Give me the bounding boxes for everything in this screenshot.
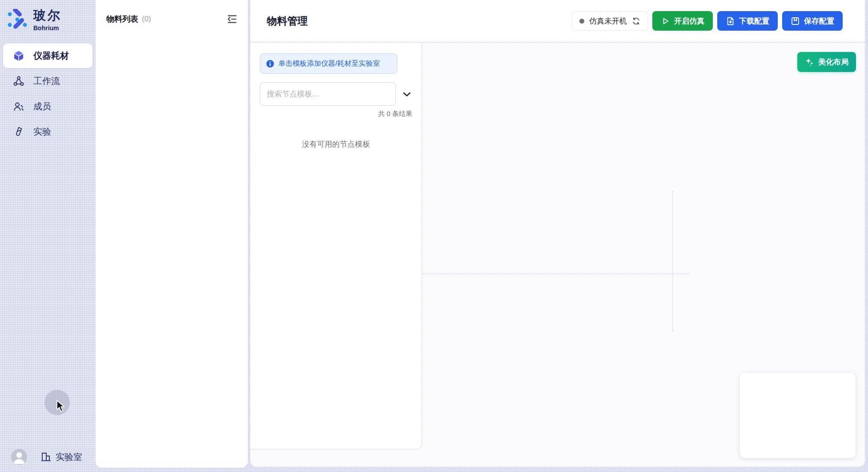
hint-text: 单击模板添加仪器/耗材至实验室: [278, 59, 380, 68]
info-icon: [266, 60, 274, 68]
refresh-status-icon[interactable]: [632, 17, 640, 25]
sidebar: 玻尔 Bohrium 仪器耗材 工作流: [0, 0, 96, 472]
brand-name-en: Bohrium: [33, 24, 62, 32]
brand-name-zh: 玻尔: [33, 7, 62, 24]
status-dot-icon: [579, 19, 584, 24]
sidebar-item-workflow[interactable]: 工作流: [3, 69, 92, 93]
sidebar-footer: 实验室: [11, 449, 82, 465]
user-avatar[interactable]: [11, 449, 27, 465]
materials-list-panel: 物料列表 (0): [96, 0, 248, 468]
page-header: 物料管理 仿真未开机 开启仿真: [250, 0, 865, 43]
experiment-icon: [13, 126, 24, 138]
lab-entry[interactable]: 实验室: [40, 451, 82, 463]
sidebar-nav: 仪器耗材 工作流 成员: [0, 44, 96, 144]
canvas-minimap[interactable]: [739, 372, 856, 458]
simulation-status-pill: 仿真未开机: [572, 11, 648, 31]
start-simulation-button[interactable]: 开启仿真: [652, 11, 713, 31]
download-file-icon: [726, 16, 735, 26]
results-count: 共 0 条结果: [260, 110, 412, 118]
collapse-panel-icon[interactable]: [226, 13, 238, 25]
materials-list-count: (0): [142, 15, 151, 24]
sidebar-item-label: 仪器耗材: [33, 50, 69, 62]
sidebar-item-label: 工作流: [33, 75, 60, 87]
chevron-down-icon[interactable]: [402, 89, 412, 100]
avatar-person-icon: [11, 449, 27, 465]
workflow-icon: [13, 76, 24, 87]
canvas-guide-vertical: [672, 191, 673, 332]
sidebar-item-label: 成员: [33, 100, 51, 112]
mouse-cursor: [56, 400, 65, 412]
page-title: 物料管理: [267, 14, 308, 28]
canvas-guide-horizontal: [422, 273, 690, 274]
sidebar-item-instruments[interactable]: 仪器耗材: [3, 44, 92, 68]
save-icon: [791, 16, 800, 26]
members-icon: [13, 101, 24, 112]
cube-icon: [13, 50, 24, 62]
empty-templates-message: 没有可用的节点模板: [260, 139, 412, 149]
save-config-button[interactable]: 保存配置: [782, 11, 843, 31]
sparkles-icon: [805, 57, 814, 67]
play-icon: [661, 16, 670, 26]
main-content: 物料管理 仿真未开机 开启仿真: [250, 0, 865, 467]
sidebar-item-members[interactable]: 成员: [3, 94, 92, 119]
layout-canvas[interactable]: 单击模板添加仪器/耗材至实验室 共 0 条结果 没有可用的节点模板 美化布局: [250, 43, 865, 467]
bohrium-logo-icon: [7, 9, 28, 30]
download-config-button[interactable]: 下载配置: [717, 11, 778, 31]
node-template-panel: 单击模板添加仪器/耗材至实验室 共 0 条结果 没有可用的节点模板: [250, 43, 422, 450]
sidebar-item-label: 实验: [33, 126, 51, 138]
hint-banner: 单击模板添加仪器/耗材至实验室: [260, 53, 398, 74]
lab-building-icon: [40, 451, 52, 463]
template-search-input[interactable]: [260, 82, 396, 106]
lab-entry-label: 实验室: [56, 451, 82, 463]
beautify-layout-button[interactable]: 美化布局: [797, 52, 856, 72]
header-actions: 仿真未开机 开启仿真 下载配: [572, 11, 843, 31]
simulation-status-label: 仿真未开机: [589, 16, 627, 26]
brand-logo: 玻尔 Bohrium: [0, 0, 96, 32]
materials-list-title: 物料列表: [106, 14, 138, 24]
sidebar-item-experiments[interactable]: 实验: [3, 120, 92, 144]
